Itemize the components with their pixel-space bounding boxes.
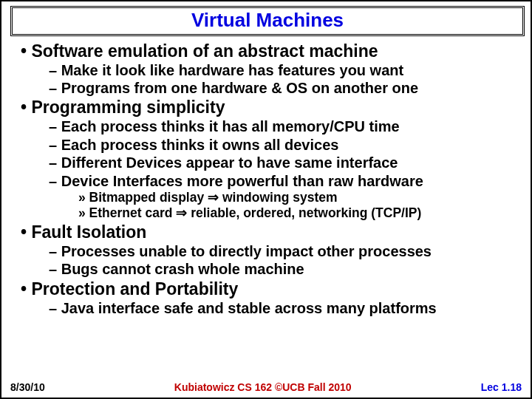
bullet-text: Software emulation of an abstract machin…	[31, 41, 378, 61]
bullet-glyph: •	[21, 222, 27, 242]
sub-bullet: – Bugs cannot crash whole machine	[49, 260, 522, 278]
bullet-glyph: •	[21, 98, 27, 117]
subsub-text-pre: Bitmapped display	[89, 190, 208, 205]
slide-body: • Software emulation of an abstract mach…	[10, 41, 522, 317]
sub-bullet: – Each process thinks it owns all device…	[49, 136, 522, 154]
slide: Virtual Machines • Software emulation of…	[0, 0, 532, 399]
bullet-text: Protection and Portability	[31, 279, 238, 299]
sub-text: Programs from one hardware & OS on anoth…	[61, 80, 418, 96]
sub-text: Each process thinks it has all memory/CP…	[61, 118, 400, 134]
sub-text: Device Interfaces more powerful than raw…	[61, 173, 423, 189]
subsub-bullet: » Bitmapped display ⇒ windowing system	[78, 190, 522, 205]
slide-footer: 8/30/10 Kubiatowicz CS 162 ©UCB Fall 201…	[10, 381, 522, 393]
sub-text: Processes unable to directly impact othe…	[61, 243, 432, 259]
sub-text: Java interface safe and stable across ma…	[61, 300, 437, 316]
sub-bullet: – Different Devices appear to have same …	[49, 154, 522, 171]
subsub-text-pre: Ethernet card	[89, 205, 177, 220]
footer-page: Lec 1.18	[481, 381, 522, 393]
sub-text: Different Devices appear to have same in…	[61, 154, 398, 171]
slide-title: Virtual Machines	[191, 9, 344, 31]
sub-text: Each process thinks it owns all devices	[61, 137, 339, 153]
dash-glyph: –	[49, 137, 57, 153]
dash-glyph: –	[49, 62, 57, 78]
dash-glyph: –	[49, 80, 57, 96]
dash-glyph: –	[49, 300, 57, 316]
bullet-1: • Software emulation of an abstract mach…	[21, 41, 522, 61]
sub-bullet: – Processes unable to directly impact ot…	[49, 242, 522, 260]
dash-glyph: –	[49, 261, 57, 277]
footer-date: 8/30/10	[10, 381, 45, 393]
subsub-glyph: »	[78, 205, 86, 220]
dash-glyph: –	[49, 243, 57, 259]
sub-text: Make it look like hardware has features …	[61, 62, 404, 78]
bullet-3: • Fault Isolation	[21, 222, 522, 242]
subsub-text-post: windowing system	[219, 190, 337, 205]
arrow-icon: ⇒	[208, 190, 219, 205]
footer-course: Kubiatowicz CS 162 ©UCB Fall 2010	[45, 381, 481, 393]
subsub-text-post: reliable, ordered, networking (TCP/IP)	[187, 205, 421, 220]
arrow-icon: ⇒	[176, 205, 187, 220]
title-box: Virtual Machines	[10, 6, 525, 36]
bullet-text: Programming simplicity	[31, 98, 225, 117]
dash-glyph: –	[49, 118, 57, 134]
subsub-glyph: »	[78, 190, 86, 205]
bullet-2: • Programming simplicity	[21, 97, 522, 117]
subsub-bullet: » Ethernet card ⇒ reliable, ordered, net…	[78, 205, 522, 221]
bullet-text: Fault Isolation	[31, 222, 146, 242]
dash-glyph: –	[49, 154, 57, 171]
bullet-glyph: •	[21, 279, 27, 299]
sub-bullet: – Java interface safe and stable across …	[49, 299, 522, 317]
bullet-4: • Protection and Portability	[21, 279, 522, 299]
sub-bullet: – Programs from one hardware & OS on ano…	[49, 79, 522, 97]
sub-bullet: – Make it look like hardware has feature…	[49, 61, 522, 79]
dash-glyph: –	[49, 173, 57, 189]
sub-text: Bugs cannot crash whole machine	[61, 261, 304, 277]
sub-bullet: – Each process thinks it has all memory/…	[49, 117, 522, 135]
bullet-glyph: •	[21, 41, 27, 61]
sub-bullet: – Device Interfaces more powerful than r…	[49, 172, 522, 190]
